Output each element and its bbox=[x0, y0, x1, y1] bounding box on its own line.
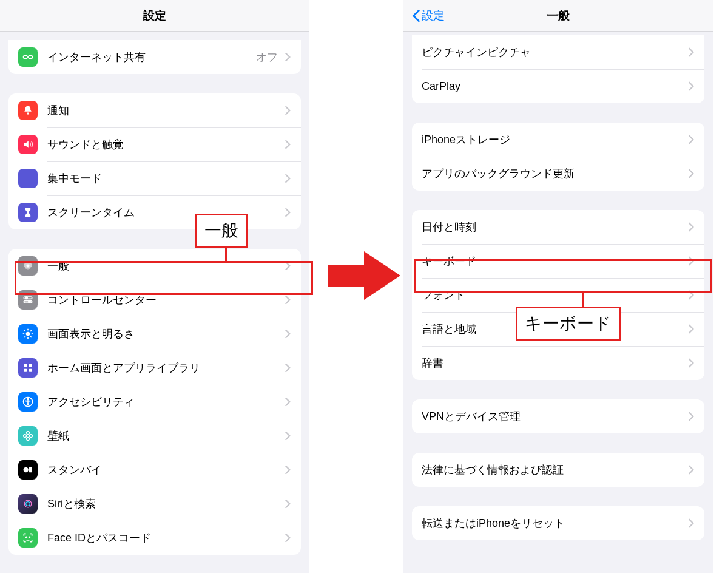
row-label: 言語と地域 bbox=[422, 322, 687, 336]
chevron-right-icon bbox=[687, 256, 695, 266]
row-carplay[interactable]: CarPlay bbox=[412, 69, 704, 103]
moon-icon bbox=[18, 169, 38, 188]
wall-icon bbox=[18, 426, 38, 446]
row-label: 辞書 bbox=[422, 356, 687, 370]
svg-rect-0 bbox=[24, 56, 28, 59]
svg-point-6 bbox=[25, 297, 27, 299]
page-title: 設定 bbox=[143, 8, 166, 24]
row-label: Siriと検索 bbox=[47, 497, 284, 511]
row-personal-hotspot[interactable]: インターネット共有 オフ bbox=[8, 40, 301, 74]
row-detail: オフ bbox=[256, 50, 278, 64]
row-wallpaper[interactable]: 壁紙 bbox=[8, 419, 301, 453]
svg-point-28 bbox=[24, 467, 29, 472]
row-display-brightness[interactable]: 画面表示と明るさ bbox=[8, 317, 301, 351]
general-group-legal: 法律に基づく情報および認証 bbox=[412, 453, 704, 487]
notify-icon bbox=[18, 101, 38, 120]
page-title: 一般 bbox=[547, 8, 570, 24]
row-label: 通知 bbox=[47, 103, 284, 118]
row-label: サウンドと触覚 bbox=[47, 137, 284, 152]
standby-icon bbox=[18, 460, 38, 480]
row-reset[interactable]: 転送またはiPhoneをリセット bbox=[412, 506, 704, 540]
row-home-screen[interactable]: ホーム画面とアプリライブラリ bbox=[8, 351, 301, 385]
row-pip[interactable]: ピクチャインピクチャ bbox=[412, 35, 704, 69]
row-label: インターネット共有 bbox=[47, 50, 256, 64]
gear-icon bbox=[18, 256, 38, 276]
chevron-right-icon bbox=[284, 396, 291, 407]
svg-rect-17 bbox=[24, 364, 27, 367]
row-label: ホーム画面とアプリライブラリ bbox=[47, 361, 284, 375]
row-date-time[interactable]: 日付と時刻 bbox=[412, 210, 704, 244]
row-label: スクリーンタイム bbox=[47, 205, 284, 220]
back-button[interactable]: 設定 bbox=[412, 8, 445, 24]
sound-icon bbox=[18, 135, 38, 154]
chevron-right-icon bbox=[284, 464, 291, 475]
svg-point-31 bbox=[26, 502, 30, 506]
general-group-pip: ピクチャインピクチャ CarPlay bbox=[412, 35, 704, 103]
row-standby[interactable]: スタンバイ bbox=[8, 453, 301, 487]
row-focus[interactable]: 集中モード bbox=[8, 161, 301, 195]
access-icon bbox=[18, 392, 38, 412]
svg-rect-20 bbox=[29, 369, 32, 372]
row-dictionary[interactable]: 辞書 bbox=[412, 346, 704, 380]
row-iphone-storage[interactable]: iPhoneストレージ bbox=[412, 123, 704, 157]
svg-line-15 bbox=[24, 336, 25, 337]
general-group-vpn: VPNとデバイス管理 bbox=[412, 399, 704, 433]
home-icon bbox=[18, 358, 38, 378]
row-general[interactable]: 一般 bbox=[8, 249, 301, 283]
svg-point-7 bbox=[29, 301, 30, 303]
row-font[interactable]: フォント bbox=[412, 278, 704, 312]
chevron-right-icon bbox=[284, 294, 291, 305]
svg-line-13 bbox=[24, 330, 25, 331]
row-label: スタンバイ bbox=[47, 463, 284, 477]
chevron-right-icon bbox=[284, 139, 291, 150]
row-language-region[interactable]: 言語と地域 bbox=[412, 312, 704, 346]
svg-rect-29 bbox=[29, 467, 32, 472]
row-sounds[interactable]: サウンドと触覚 bbox=[8, 127, 301, 161]
svg-point-23 bbox=[27, 435, 30, 438]
time-icon bbox=[18, 203, 38, 222]
row-label: 日付と時刻 bbox=[422, 220, 687, 234]
row-legal[interactable]: 法律に基づく情報および認証 bbox=[412, 453, 704, 487]
chevron-right-icon bbox=[687, 47, 695, 58]
row-label: CarPlay bbox=[422, 80, 687, 93]
navbar-general: 設定 一般 bbox=[403, 0, 713, 32]
svg-rect-18 bbox=[29, 364, 32, 367]
svg-point-25 bbox=[27, 438, 30, 441]
row-screentime[interactable]: スクリーンタイム bbox=[8, 195, 301, 229]
control-icon bbox=[18, 290, 38, 310]
row-label: 一般 bbox=[47, 259, 284, 273]
row-label: キーボード bbox=[422, 254, 687, 268]
chevron-right-icon bbox=[284, 430, 291, 441]
row-label: フォント bbox=[422, 288, 687, 302]
chevron-right-icon bbox=[284, 328, 291, 339]
row-label: コントロールセンター bbox=[47, 293, 284, 307]
chevron-right-icon bbox=[687, 168, 695, 179]
transition-arrow-icon bbox=[328, 251, 400, 300]
svg-point-8 bbox=[26, 332, 30, 336]
row-background-refresh[interactable]: アプリのバックグラウンド更新 bbox=[412, 157, 704, 191]
row-label: VPNとデバイス管理 bbox=[422, 409, 687, 424]
settings-group-hotspot: インターネット共有 オフ bbox=[8, 40, 301, 74]
chevron-right-icon bbox=[284, 52, 291, 63]
settings-root-screen: 設定 インターネット共有 オフ 通知 bbox=[0, 0, 309, 573]
row-keyboard[interactable]: キーボード bbox=[412, 244, 704, 278]
general-group-locale: 日付と時刻 キーボード フォント 言語と地域 辞書 bbox=[412, 210, 704, 380]
row-notifications[interactable]: 通知 bbox=[8, 93, 301, 127]
row-siri[interactable]: Siriと検索 bbox=[8, 487, 301, 521]
chevron-right-icon bbox=[284, 532, 291, 543]
chevron-right-icon bbox=[687, 134, 695, 145]
svg-point-22 bbox=[27, 399, 29, 401]
svg-rect-19 bbox=[24, 369, 27, 372]
svg-line-16 bbox=[30, 330, 32, 331]
svg-point-2 bbox=[27, 112, 29, 114]
chevron-right-icon bbox=[284, 498, 291, 509]
siri-icon bbox=[18, 494, 38, 514]
row-label: 転送またはiPhoneをリセット bbox=[422, 516, 687, 531]
row-vpn[interactable]: VPNとデバイス管理 bbox=[412, 399, 704, 433]
row-faceid[interactable]: Face IDとパスコード bbox=[8, 521, 301, 555]
svg-line-14 bbox=[30, 336, 32, 337]
general-group-storage: iPhoneストレージ アプリのバックグラウンド更新 bbox=[412, 123, 704, 191]
chevron-right-icon bbox=[284, 207, 291, 218]
row-accessibility[interactable]: アクセシビリティ bbox=[8, 385, 301, 419]
row-control-center[interactable]: コントロールセンター bbox=[8, 283, 301, 317]
